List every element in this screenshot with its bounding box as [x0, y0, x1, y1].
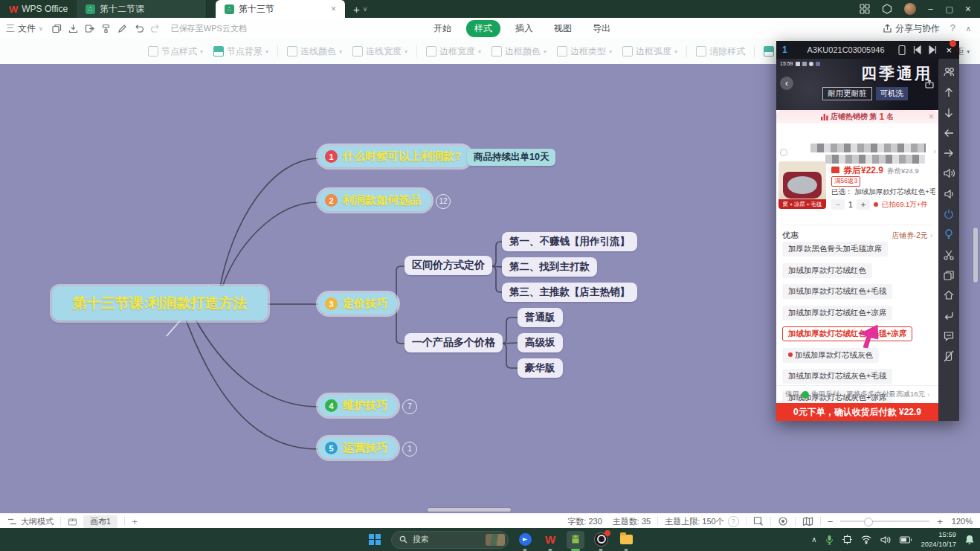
edit-pencil-icon[interactable] [115, 21, 131, 36]
tool-border-radius[interactable]: 边框弧度▾ [622, 45, 677, 58]
file-menu[interactable]: 三 文件 ∨ [0, 22, 49, 35]
undo-icon[interactable] [131, 21, 147, 36]
doc-tab-1[interactable]: ∴ 第十二节课 [77, 0, 207, 18]
format-painter-icon[interactable] [98, 21, 115, 36]
user-avatar[interactable] [904, 3, 916, 15]
tab-close-icon[interactable]: × [331, 4, 336, 14]
node-first-no-profit[interactable]: 第一、不赚钱【用作引流】 [502, 232, 637, 251]
children-count-badge[interactable]: 7 [402, 399, 417, 414]
prev-device-icon[interactable] [913, 46, 921, 54]
flashlight-bulb-icon[interactable] [943, 228, 955, 240]
group-icon[interactable] [943, 66, 955, 78]
search-highlight-thumbnail[interactable] [486, 534, 505, 546]
node-multi-price[interactable]: 一个产品多个价格 [404, 333, 503, 352]
taskbar-search[interactable]: 搜索 [391, 531, 509, 549]
hero-share-icon[interactable] [925, 80, 934, 88]
collapse-ribbon-button[interactable]: ∧ [966, 25, 971, 33]
volume-down-icon[interactable] [943, 188, 955, 200]
home-icon[interactable] [943, 289, 955, 301]
shop-coupon-link[interactable]: 店铺券-2元 › [892, 231, 932, 241]
apps-grid-icon[interactable] [860, 4, 870, 14]
sku-option[interactable]: 加绒加厚款灯芯绒红色 [782, 263, 872, 278]
zoom-slider-knob[interactable] [864, 518, 873, 526]
zoom-level[interactable]: 120% [952, 517, 973, 526]
product-thumbnail[interactable]: 窝＋凉席＋毛毯 [778, 161, 826, 209]
minimize-button[interactable]: − [928, 4, 934, 15]
buy-button[interactable]: 0元下单，确认收货后付款 ¥22.9 [776, 403, 938, 421]
export-icon[interactable] [82, 21, 98, 36]
redo-icon[interactable] [147, 21, 164, 36]
phone-window-close-button[interactable]: × [946, 45, 959, 56]
branch-maintenance-skill[interactable]: 4 维护技巧 7 [318, 395, 398, 416]
help-button[interactable]: ? [950, 23, 955, 33]
banner-close-icon[interactable]: × [929, 112, 934, 122]
wps-home-tab[interactable]: W WPS Office [0, 0, 77, 18]
theme-skin-icon[interactable] [882, 4, 892, 14]
new-tab-button[interactable]: + [353, 3, 360, 16]
tool-clear-style[interactable]: 清除样式 [696, 45, 745, 58]
tool-border-type[interactable]: 边框类型▾ [557, 45, 612, 58]
tray-clock[interactable]: 15:59 2024/10/17 [921, 530, 956, 549]
mindmap-central-topic[interactable]: 第十三节课:利润款打造方法 [52, 286, 268, 320]
horizontal-scrollbar[interactable] [428, 508, 511, 512]
node-advanced-version[interactable]: 高级坂 [518, 333, 563, 352]
tool-border-color[interactable]: 边框颜色▾ [491, 45, 547, 58]
taskbar-app-android-mirror[interactable] [567, 531, 584, 549]
zoom-out-button[interactable]: − [828, 516, 834, 527]
rotation-off-icon[interactable] [943, 350, 955, 362]
phone-window-titlebar[interactable]: 1 A3KU021C03005946 × [776, 41, 959, 59]
menu-home[interactable]: 开始 [428, 21, 457, 36]
favorite-icon[interactable] [779, 148, 788, 157]
tab-list-dropdown[interactable]: ∨ [363, 5, 368, 13]
canvas-tab[interactable]: 画布1 [83, 515, 117, 528]
messages-icon[interactable] [943, 330, 955, 342]
fit-map-icon[interactable] [802, 517, 813, 526]
vertical-scrollbar[interactable] [973, 228, 978, 283]
arrow-right-icon[interactable] [943, 147, 955, 159]
node-third-promoted[interactable]: 第三、主推款【店主热销】 [502, 283, 637, 302]
package-icon[interactable] [68, 517, 77, 526]
pay-later-row[interactable]: 使用 先用后付，更换多多支付最高减16元 › [776, 385, 938, 399]
node-range-pricing[interactable]: 区间价方式定价 [404, 256, 492, 275]
wifi-icon[interactable] [861, 535, 871, 544]
crosshair-icon[interactable] [842, 535, 852, 544]
save-icon[interactable] [65, 21, 82, 36]
qty-minus-button[interactable]: − [831, 199, 845, 210]
expand-arrow-icon[interactable]: › [933, 146, 936, 155]
children-count-badge[interactable]: 1 [402, 442, 417, 457]
locate-topic-icon[interactable] [753, 516, 764, 526]
sku-option-selected[interactable]: 加绒加厚款灯芯绒红色+毛毯+凉席 [782, 326, 912, 341]
limit-help-icon[interactable]: ? [728, 516, 739, 527]
branch-when-to-list[interactable]: 1 什么时候可以上利润款? [318, 146, 471, 167]
close-button[interactable]: × [965, 3, 971, 15]
menu-export[interactable]: 导出 [587, 21, 616, 36]
share-collab-button[interactable]: 分享与协作 [883, 22, 940, 35]
new-window-icon[interactable] [49, 21, 65, 36]
microphone-icon[interactable] [825, 535, 834, 545]
maximize-button[interactable]: ▢ [945, 4, 952, 14]
node-order-10-days[interactable]: 商品持续出单10天 [467, 149, 555, 166]
menu-view[interactable]: 视图 [548, 21, 578, 36]
outline-mode-button[interactable]: 大纲模式 [0, 516, 54, 527]
center-view-icon[interactable] [778, 516, 788, 526]
battery-icon[interactable] [900, 536, 912, 544]
tool-line-color[interactable]: 连线颜色▾ [287, 45, 342, 58]
node-basic-version[interactable]: 普通版 [518, 308, 563, 327]
menu-style[interactable]: 样式 [466, 20, 500, 37]
menu-insert[interactable]: 插入 [509, 21, 539, 36]
add-canvas-button[interactable]: + [132, 516, 138, 527]
children-count-badge[interactable]: 12 [436, 194, 451, 209]
arrow-left-icon[interactable] [943, 127, 955, 139]
arrow-up-icon[interactable] [943, 86, 955, 98]
qty-plus-button[interactable]: + [857, 199, 870, 210]
branch-operation-skill[interactable]: 5 运营技巧 1 [318, 437, 398, 459]
taskbar-app-obs[interactable] [592, 531, 610, 549]
tool-node-background[interactable]: 节点背景▾ [213, 45, 268, 58]
multi-window-icon[interactable] [943, 269, 955, 281]
node-second-main-product[interactable]: 第二、找到主打款 [502, 257, 597, 277]
tool-node-style[interactable]: 节点样式▾ [148, 45, 203, 58]
branch-pricing-skill[interactable]: 3 定价技巧 [318, 293, 398, 315]
arrow-down-icon[interactable] [943, 107, 955, 119]
tool-border-width[interactable]: 边框宽度▾ [426, 45, 481, 58]
next-device-icon[interactable] [929, 46, 937, 54]
